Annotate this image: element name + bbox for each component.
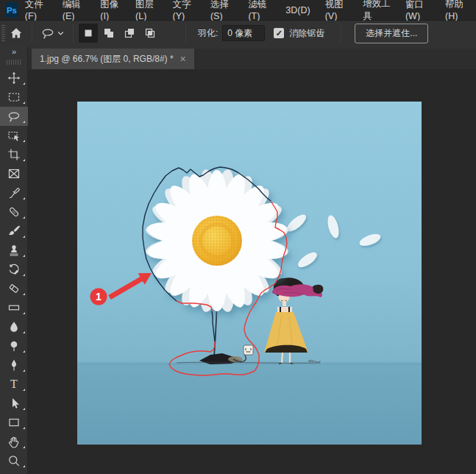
flyout-indicator [23,389,25,391]
menu-image[interactable]: 图像(I) [93,0,128,21]
menu-bar: Ps 文件(F) 编辑(E) 图像(I) 图层(L) 文字(Y) 选择(S) 滤… [0,0,476,21]
toolbar-grip[interactable] [7,60,21,65]
flyout-indicator [23,312,25,314]
flyout-indicator [23,159,25,161]
flyout-indicator [23,236,25,238]
blur-tool[interactable] [0,317,28,336]
zoom-tool[interactable] [0,451,28,470]
flyout-indicator [23,293,25,295]
eyedropper-icon [7,186,21,199]
history-brush-icon [7,263,21,276]
hand-tool[interactable] [0,432,28,451]
lasso-icon [41,26,54,40]
water-drop-icon [7,320,21,333]
hand-icon [7,435,21,448]
lasso-tool[interactable] [0,107,28,126]
clone-stamp-tool[interactable] [0,241,28,260]
menu-plugins[interactable]: 增效工具 [355,0,398,21]
move-tool[interactable] [0,68,28,88]
flyout-indicator [23,274,25,276]
antialias-label: 消除锯齿 [289,27,324,40]
document-tab-title: 1.jpg @ 66.7% (图层 0, RGB/8#) * [40,53,174,66]
document-tab[interactable]: 1.jpg @ 66.7% (图层 0, RGB/8#) * × [32,49,194,69]
flyout-indicator [23,446,25,448]
gradient-tool[interactable] [0,298,28,317]
menu-view[interactable]: 视图(V) [318,0,355,21]
dodge-icon [7,339,21,353]
marquee-icon [7,91,21,104]
lasso-icon [7,110,21,123]
antialias-checkbox[interactable]: ✓ [274,28,284,38]
photoshop-logo-icon: Ps [6,2,18,18]
menu-help[interactable]: 帮助(H) [438,0,476,21]
object-selection-icon [7,129,21,142]
close-icon[interactable]: × [180,53,186,65]
pen-tool[interactable] [0,356,28,375]
rectangle-icon [7,416,21,429]
brush-tool[interactable] [0,222,28,241]
document-tab-strip: 1.jpg @ 66.7% (图层 0, RGB/8#) * × [28,46,476,69]
toolbar: » [0,46,28,474]
toolbar-collapse-button[interactable]: » [0,46,27,57]
menu-type[interactable]: 文字(Y) [165,0,202,21]
home-icon [10,26,23,40]
object-selection-tool[interactable] [0,126,28,145]
menu-3d[interactable]: 3D(D) [278,0,317,21]
new-selection-icon [82,26,95,40]
menu-filter[interactable]: 滤镜(T) [241,0,278,21]
flyout-indicator [23,121,25,123]
tool-preset-picker[interactable] [37,26,68,40]
rectangular-marquee-tool[interactable] [0,88,28,107]
separator [32,24,32,43]
eraser-tool[interactable] [0,279,28,298]
chevron-down-icon [57,31,64,36]
flyout-indicator [23,82,25,85]
pen-icon [7,358,21,372]
move-icon [7,71,21,85]
subtract-from-selection-mode-button[interactable] [120,24,139,43]
flyout-indicator [23,102,25,104]
rectangle-tool[interactable] [0,413,28,432]
document-canvas[interactable]: 1 [77,102,422,445]
table-edge [77,364,422,364]
badge-label: 1 [96,291,102,303]
menu-file[interactable]: 文件(F) [18,0,55,21]
canvas-image: 1 [77,102,422,445]
flyout-indicator [23,140,25,142]
select-and-mask-button[interactable]: 选择并遮住... [355,24,428,43]
crop-tool[interactable] [0,145,28,164]
flyout-indicator [23,331,25,333]
flyout-indicator [23,465,25,467]
home-button[interactable] [5,23,27,43]
flyout-indicator [23,369,25,372]
type-tool[interactable]: T [0,375,28,394]
separator [73,24,74,43]
frame-tool[interactable] [0,164,28,183]
menu-edit[interactable]: 编辑(E) [55,0,93,21]
menu-select[interactable]: 选择(S) [203,0,241,21]
flyout-indicator [23,350,25,353]
intersect-selection-mode-button[interactable] [141,24,160,43]
healing-brush-icon [7,205,21,219]
flyout-indicator [23,427,25,429]
svg-text:T: T [10,378,18,390]
flyout-indicator [23,408,25,410]
eyedropper-tool[interactable] [0,183,28,202]
gradient-icon [7,301,21,314]
add-to-selection-mode-button[interactable] [99,24,118,43]
dodge-tool[interactable] [0,336,28,356]
spot-healing-brush-tool[interactable] [0,202,28,222]
menu-layer[interactable]: 图层(L) [128,0,165,21]
history-brush-tool[interactable] [0,260,28,279]
menu-window[interactable]: 窗口(W) [398,0,438,21]
feather-input[interactable] [222,25,265,41]
type-icon: T [7,378,21,391]
new-selection-mode-button[interactable] [79,24,98,43]
frame-icon [7,167,21,180]
flyout-indicator [23,197,25,199]
flyout-indicator [23,216,25,219]
magnifier-icon [7,454,21,467]
feather-label: 羽化: [198,27,218,40]
check-icon: ✓ [276,29,283,38]
path-selection-tool[interactable] [0,394,28,413]
